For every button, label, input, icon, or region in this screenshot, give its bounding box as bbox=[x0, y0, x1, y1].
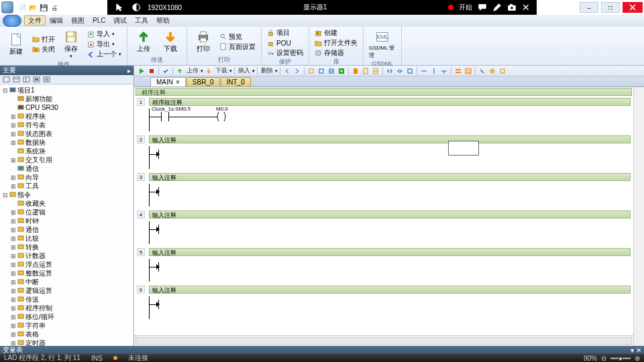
tree-node[interactable]: ⊞表格 bbox=[1, 330, 132, 339]
et-box-icon[interactable] bbox=[405, 66, 415, 76]
et-view-2[interactable] bbox=[464, 66, 473, 76]
compile-button[interactable] bbox=[161, 66, 170, 76]
et-download-button[interactable] bbox=[204, 66, 213, 76]
editor-tab[interactable]: SBR_0 bbox=[186, 77, 220, 86]
tab-close-icon[interactable]: × bbox=[176, 78, 180, 86]
et-contact-icon[interactable] bbox=[385, 66, 394, 76]
tree-node[interactable]: ⊞通信 bbox=[1, 225, 132, 234]
menu-item-6[interactable]: 帮助 bbox=[152, 15, 174, 25]
download-button[interactable]: 下载 bbox=[158, 28, 182, 55]
qat-save-icon[interactable]: 💾 bbox=[39, 3, 48, 12]
tree-node[interactable]: 系统块 bbox=[1, 147, 132, 156]
open-button[interactable]: 打开 bbox=[31, 35, 56, 44]
tree-node[interactable]: ⊞状态图表 bbox=[1, 129, 132, 138]
menu-item-1[interactable]: 编辑 bbox=[46, 15, 67, 25]
window-maximize-button[interactable]: □ bbox=[601, 2, 620, 13]
stop-button[interactable] bbox=[147, 66, 156, 76]
import-button[interactable]: 导入▾ bbox=[86, 29, 123, 39]
et-bookmark-1[interactable] bbox=[351, 66, 360, 76]
window-minimize-button[interactable]: – bbox=[580, 2, 598, 13]
overlay-rec-label[interactable]: 开始 bbox=[459, 3, 472, 12]
et-insert-label[interactable]: 插入 bbox=[237, 66, 252, 75]
tree-node[interactable]: ⊞整数运算 bbox=[1, 269, 132, 278]
et-nav-1[interactable] bbox=[282, 66, 292, 76]
protect-project-button[interactable]: 项目 bbox=[266, 28, 305, 38]
app-menu-button[interactable] bbox=[3, 15, 21, 27]
tree-node[interactable]: 新增功能 bbox=[1, 95, 132, 103]
pt-icon-2[interactable] bbox=[13, 76, 20, 83]
editor-tab[interactable]: MAIN× bbox=[150, 77, 186, 86]
et-wire-v[interactable] bbox=[429, 66, 439, 76]
pt-icon-1[interactable] bbox=[3, 76, 10, 83]
zoom-slider[interactable]: ━━●━━ bbox=[610, 355, 631, 362]
et-add[interactable] bbox=[337, 66, 346, 76]
ladder-rung[interactable]: 1程序段注释Clock_1s:SM0.5M0.0 bbox=[136, 97, 632, 134]
tree-node[interactable]: ⊞交叉引用 bbox=[1, 156, 132, 164]
zoom-in-button[interactable]: ⊕ bbox=[635, 355, 640, 362]
pt-icon-3[interactable] bbox=[23, 76, 30, 83]
tree-node[interactable]: ⊞计数器 bbox=[1, 251, 132, 260]
et-upload-label[interactable]: 上传 bbox=[185, 66, 200, 75]
upload-button[interactable]: 上传 bbox=[131, 28, 156, 55]
et-wire-t[interactable] bbox=[439, 66, 449, 76]
tree-node[interactable]: ⊞程序块 bbox=[1, 112, 132, 121]
chat-icon[interactable] bbox=[478, 3, 487, 12]
menu-item-0[interactable]: 文件 bbox=[24, 15, 46, 25]
ladder-rung[interactable]: 2输入注释 bbox=[136, 134, 632, 172]
tree-node[interactable]: ⊞位逻辑 bbox=[1, 208, 132, 217]
tree-node[interactable]: ⊞转换 bbox=[1, 243, 132, 251]
menu-item-2[interactable]: 视图 bbox=[67, 15, 89, 25]
tree-node[interactable]: ⊞中断 bbox=[1, 278, 132, 286]
tree-node[interactable]: ⊞字符串 bbox=[1, 321, 132, 330]
et-bookmark-3[interactable] bbox=[371, 66, 380, 76]
pt-icon-4[interactable] bbox=[33, 76, 40, 83]
editor-tab[interactable]: INT_0 bbox=[221, 77, 251, 86]
page-setup-button[interactable]: 页面设置 bbox=[218, 42, 257, 52]
close-button[interactable]: 关闭 bbox=[31, 45, 56, 54]
tree-node[interactable]: ⊟指令 bbox=[1, 190, 132, 199]
tree-node[interactable]: ⊞符号表 bbox=[1, 121, 132, 129]
rung-title[interactable]: 输入注释 bbox=[149, 248, 631, 256]
tree-node[interactable]: 通信 bbox=[1, 164, 132, 173]
camera-icon[interactable] bbox=[507, 3, 517, 12]
et-nav-2[interactable] bbox=[292, 66, 302, 76]
window-close-button[interactable] bbox=[623, 2, 643, 13]
ladder-rung[interactable]: 6输入注释 bbox=[136, 284, 632, 322]
tree-node[interactable]: ⊞数据块 bbox=[1, 138, 132, 147]
new-button[interactable]: 新建 bbox=[4, 28, 28, 60]
set-password-button[interactable]: 设置密码 bbox=[266, 48, 305, 58]
menu-item-4[interactable]: 调试 bbox=[109, 15, 131, 25]
tree-node[interactable]: ⊞比较 bbox=[1, 234, 132, 243]
tree-node[interactable]: ⊞时钟 bbox=[1, 217, 132, 225]
rung-title[interactable]: 输入注释 bbox=[149, 173, 631, 181]
export-button[interactable]: 导出▾ bbox=[86, 40, 123, 49]
et-wire-h[interactable] bbox=[419, 66, 429, 76]
et-bookmark-2[interactable] bbox=[361, 66, 370, 76]
gsdml-button[interactable]: XMLGSDML 管理 bbox=[368, 28, 397, 60]
tree-node[interactable]: ⊞浮点运算 bbox=[1, 260, 132, 269]
et-upload-button[interactable] bbox=[175, 66, 184, 76]
pencil-icon[interactable] bbox=[492, 3, 502, 12]
et-download-label[interactable]: 下载 bbox=[214, 66, 229, 75]
ladder-rung[interactable]: 4输入注释 bbox=[136, 209, 632, 247]
tree-node[interactable]: 收藏夹 bbox=[1, 199, 132, 208]
tree-node[interactable]: ⊞逻辑运算 bbox=[1, 286, 132, 295]
tree-node[interactable]: ⊞程序控制 bbox=[1, 304, 132, 312]
save-button[interactable]: 保存▾ bbox=[59, 28, 83, 60]
prev-button[interactable]: 上一个▾ bbox=[86, 50, 123, 59]
et-tool-1[interactable] bbox=[478, 66, 487, 76]
ladder-rung[interactable]: 5输入注释 bbox=[136, 247, 632, 284]
zoom-out-button[interactable]: ⊖ bbox=[601, 355, 606, 362]
qat-open-icon[interactable]: 📂 bbox=[28, 3, 38, 12]
pt-icon-5[interactable] bbox=[43, 76, 50, 83]
rung-title[interactable]: 输入注释 bbox=[149, 286, 631, 294]
et-misc-1[interactable] bbox=[307, 66, 316, 76]
rung-title[interactable]: 输入注释 bbox=[149, 210, 631, 219]
menu-item-3[interactable]: PLC bbox=[89, 15, 109, 25]
editor-vscroll[interactable] bbox=[633, 87, 644, 346]
editor-hscroll[interactable] bbox=[134, 335, 633, 346]
lib-repository-button[interactable]: 存储器 bbox=[313, 48, 359, 58]
ladder-rung[interactable]: 3输入注释 bbox=[136, 172, 632, 209]
rung-title[interactable]: 输入注释 bbox=[149, 135, 631, 143]
et-coil-icon[interactable] bbox=[395, 66, 405, 76]
